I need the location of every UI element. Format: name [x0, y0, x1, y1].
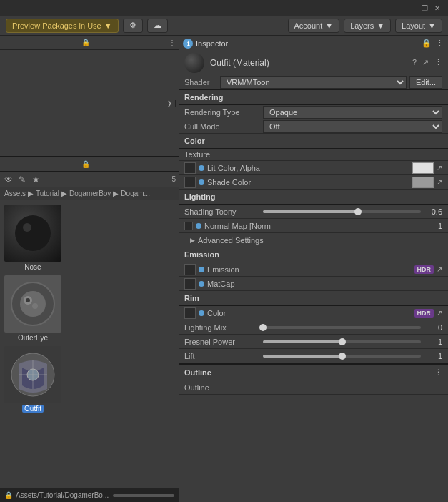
- rim-color-checkbox[interactable]: [184, 307, 196, 319]
- cull-mode-label: Cull Mode: [184, 122, 263, 131]
- assets-star-icon[interactable]: ★: [30, 174, 41, 185]
- scene-menu-icon[interactable]: ⋮: [169, 39, 176, 46]
- breadcrumb: Assets ▶ Tutorial ▶ DogamerBoy ▶ Dogam..…: [0, 187, 179, 200]
- open-icon[interactable]: ↗: [422, 58, 429, 67]
- account-dropdown[interactable]: Account ▼: [288, 19, 340, 33]
- advanced-settings-row[interactable]: ▶ Advanced Settings: [179, 233, 448, 247]
- emission-section-header: Emission: [179, 247, 448, 262]
- cull-mode-select[interactable]: Off: [263, 120, 442, 133]
- lit-color-row: Lit Color, Alpha ↗: [179, 161, 448, 175]
- collapse-arrow-icon: ▶: [190, 237, 195, 244]
- rendering-type-select[interactable]: Opaque: [263, 106, 442, 119]
- lift-value: 1: [421, 352, 442, 360]
- help-icon[interactable]: ?: [412, 58, 417, 67]
- cloud-icon: ☁: [154, 21, 161, 30]
- dropdown-arrow-icon: ▼: [104, 21, 112, 30]
- assets-lock-icon[interactable]: 🔒: [81, 160, 90, 168]
- normal-map-dot: [196, 223, 201, 229]
- shade-color-dot: [199, 179, 204, 185]
- svg-point-0: [15, 215, 51, 251]
- info-icon: ℹ: [183, 39, 193, 49]
- layout-label: Layout: [402, 21, 425, 30]
- lighting-mix-row: Lighting Mix 0: [179, 320, 448, 335]
- breadcrumb-tutorial[interactable]: Tutorial: [36, 190, 59, 197]
- lit-color-swatch[interactable]: [412, 162, 434, 174]
- lift-thumb[interactable]: [339, 353, 346, 360]
- outline-menu-icon[interactable]: ⋮: [434, 368, 442, 378]
- asset-label-nose: Nose: [24, 263, 41, 271]
- shade-color-checkbox[interactable]: [184, 177, 196, 188]
- maximize-button[interactable]: ❐: [419, 3, 429, 13]
- assets-eye-icon[interactable]: 👁: [3, 174, 14, 185]
- assets-menu-icon[interactable]: ⋮: [169, 160, 176, 168]
- status-bar: 🔒 Assets/Tutorial/DogamerBo...: [0, 488, 179, 502]
- fresnel-power-thumb[interactable]: [339, 338, 346, 345]
- rim-hdr-button[interactable]: HDR: [414, 309, 434, 318]
- texture-subsection-label: Texture: [179, 149, 448, 161]
- advanced-settings-label: Advanced Settings: [198, 236, 264, 245]
- shading-toony-slider[interactable]: [263, 210, 421, 213]
- lighting-mix-thumb[interactable]: [259, 324, 267, 331]
- rendering-section-body: Rendering Type Opaque Cull Mode Off: [179, 105, 448, 134]
- emission-section-body: Emission HDR ↗ MatCap: [179, 262, 448, 291]
- shading-toony-row: Shading Toony 0.6: [179, 205, 448, 219]
- normal-map-value: 1: [421, 222, 442, 230]
- close-button[interactable]: ✕: [432, 3, 442, 13]
- breadcrumb-dogamerboy[interactable]: DogamerBoy: [69, 190, 111, 197]
- lighting-mix-slider[interactable]: [263, 326, 421, 329]
- inspector-scroll[interactable]: Rendering Rendering Type Opaque Cull Mod…: [179, 90, 448, 502]
- shade-color-expand-icon[interactable]: ↗: [437, 178, 442, 186]
- matcap-dot: [199, 281, 204, 287]
- scene-panel: 🔒 ⋮ ❯: [0, 36, 179, 157]
- layers-label: Layers: [350, 21, 374, 30]
- cloud-button[interactable]: ☁: [147, 19, 168, 33]
- main-toolbar: Preview Packages in Use ▼ ⚙ ☁ Account ▼ …: [0, 16, 448, 36]
- assets-brush-icon[interactable]: ✎: [16, 174, 28, 185]
- inspector-title: Inspector: [196, 39, 228, 48]
- assets-count: 5: [171, 175, 176, 183]
- minimize-button[interactable]: —: [407, 3, 417, 13]
- breadcrumb-assets[interactable]: Assets: [4, 190, 26, 197]
- normal-map-checkbox[interactable]: [184, 222, 193, 230]
- shading-toony-thumb[interactable]: [354, 208, 362, 215]
- lit-color-checkbox[interactable]: [184, 162, 196, 174]
- titlebar: — ❐ ✕: [0, 0, 448, 16]
- layers-dropdown[interactable]: Layers ▼: [344, 19, 391, 33]
- cull-mode-row: Cull Mode Off: [179, 119, 448, 134]
- preview-packages-dropdown[interactable]: Preview Packages in Use ▼: [6, 19, 119, 33]
- lock-icon[interactable]: 🔒: [81, 39, 90, 46]
- emission-expand-icon[interactable]: ↗: [437, 265, 442, 273]
- rim-color-expand-icon[interactable]: ↗: [437, 309, 442, 317]
- main-layout: 🔒 ⋮ ❯ 🔒 ⋮ 👁 ✎ ★ 5: [0, 36, 448, 502]
- emission-checkbox[interactable]: [184, 264, 196, 275]
- list-item[interactable]: Outfit: [4, 346, 61, 413]
- settings-button[interactable]: ⚙: [123, 19, 143, 33]
- matcap-checkbox[interactable]: [184, 278, 196, 290]
- rendering-type-label: Rendering Type: [184, 108, 263, 117]
- outline-header: Outline ⋮: [179, 365, 448, 380]
- asset-grid: Nose OuterEye: [0, 200, 179, 488]
- emission-label: Emission: [207, 265, 414, 274]
- material-menu-icon[interactable]: ⋮: [434, 58, 442, 67]
- shader-edit-button[interactable]: Edit...: [409, 76, 442, 89]
- emission-hdr-button[interactable]: HDR: [414, 265, 434, 274]
- fresnel-power-slider[interactable]: [263, 340, 421, 343]
- layout-dropdown[interactable]: Layout ▼: [395, 19, 442, 33]
- lighting-section-header: Lighting: [179, 190, 448, 205]
- inspector-header: ℹ Inspector 🔒 ⋮: [179, 36, 448, 51]
- rendering-type-value: Opaque: [263, 106, 442, 119]
- emission-dot: [199, 267, 204, 272]
- list-item[interactable]: OuterEye: [4, 275, 61, 342]
- lift-slider[interactable]: [263, 355, 421, 358]
- inspector-menu-icon[interactable]: ⋮: [436, 39, 444, 48]
- inspector-lock-icon[interactable]: 🔒: [422, 39, 432, 48]
- list-item[interactable]: Nose: [4, 205, 61, 271]
- collapse-button[interactable]: ❯: [164, 100, 176, 107]
- material-header: Outfit (Material) ? ↗ ⋮: [179, 51, 448, 74]
- rim-color-row: Color HDR ↗: [179, 306, 448, 320]
- lit-color-expand-icon[interactable]: ↗: [437, 164, 442, 172]
- shader-select[interactable]: VRM/MToon: [220, 76, 407, 89]
- breadcrumb-current[interactable]: Dogam...: [121, 190, 150, 197]
- shade-color-swatch[interactable]: [412, 177, 434, 188]
- rim-color-label: Color: [207, 309, 414, 318]
